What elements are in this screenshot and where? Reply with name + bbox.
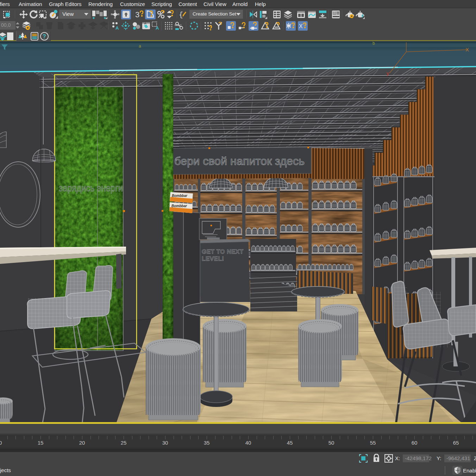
svg-text:X: X — [299, 23, 303, 29]
svg-text:зарядись энерги: зарядись энерги — [59, 183, 123, 193]
svg-text:Bombbar: Bombbar — [171, 204, 187, 208]
svg-text:X: X — [465, 47, 469, 52]
svg-text:3: 3 — [135, 10, 139, 19]
svg-text:MISC: MISC — [175, 24, 182, 27]
svg-text:b: b — [372, 42, 375, 46]
svg-text:GET TO NEXT: GET TO NEXT — [202, 248, 244, 255]
svg-text:A: A — [156, 25, 159, 30]
svg-text:a: a — [139, 44, 141, 49]
svg-text:{: { — [179, 11, 183, 19]
svg-text:A: A — [115, 25, 119, 30]
svg-text:?: ? — [43, 33, 46, 39]
svg-text:Bombbar: Bombbar — [172, 194, 188, 198]
svg-text:y: y — [387, 70, 389, 76]
svg-text:бери свой напиток здесь: бери свой напиток здесь — [174, 155, 305, 167]
svg-text:LEVEL!: LEVEL! — [202, 255, 224, 262]
